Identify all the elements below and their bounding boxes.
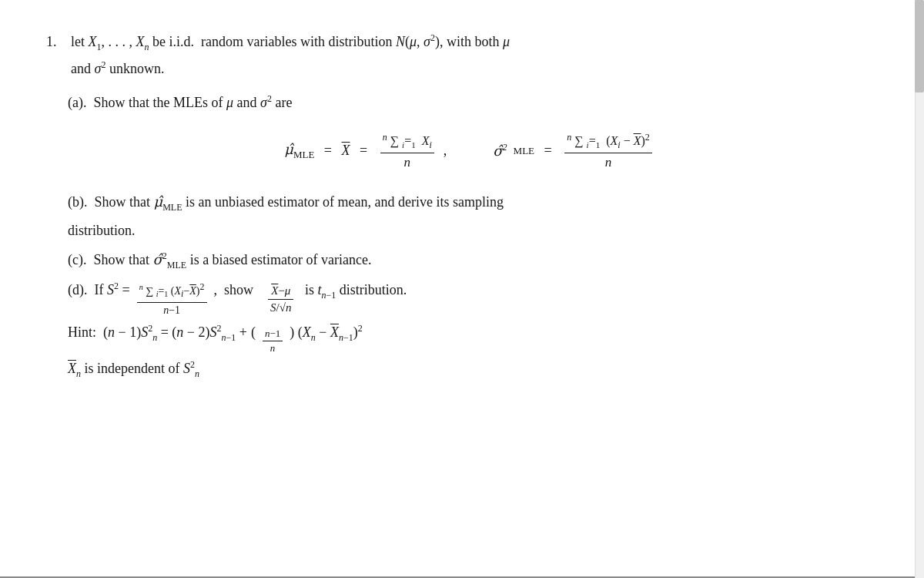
sigma-fraction: n ∑ i=1 (Xi − X)2 n [564, 131, 652, 170]
problem-number: 1. [46, 34, 71, 50]
hint-fraction: n−1 n [263, 328, 283, 355]
problem-intro-line2: and σ2 unknown. [71, 59, 893, 77]
sigma-mle-equation: σ̂2 MLE = n ∑ i=1 (Xi − X)2 [493, 131, 655, 170]
part-a-equations: μ̂MLE = X = n ∑ i=1 Xi [46, 131, 893, 170]
main-content: 1. let X1, . . . , Xn be i.i.d. random v… [46, 31, 893, 379]
page-container: 1. let X1, . . . , Xn be i.i.d. random v… [0, 0, 924, 578]
problem-1: 1. let X1, . . . , Xn be i.i.d. random v… [46, 31, 893, 379]
s2-fraction: n ∑ i=1 (Xi−X)2 n−1 [137, 281, 207, 316]
problem-intro: let X1, . . . , Xn be i.i.d. random vari… [71, 31, 510, 55]
last-line: Xn is independent of S2n [68, 359, 893, 380]
part-b-text2: distribution. [68, 223, 893, 239]
part-c-header: (c). Show that σ̂2MLE is a biased estima… [68, 248, 893, 273]
mu-fraction: n ∑ i=1 Xi n [380, 131, 434, 170]
part-d-header: (d). If S2 = n ∑ i=1 (Xi−X)2 n−1 , show … [68, 281, 893, 317]
mu-mle-equation: μ̂MLE = X = n ∑ i=1 Xi [284, 131, 447, 170]
part-b-header: (b). Show that μ̂MLE is an unbiased esti… [68, 190, 893, 215]
t-stat-fraction: X−μ S/√n [267, 284, 294, 314]
scrollbar[interactable] [915, 0, 924, 578]
scrollbar-thumb[interactable] [915, 0, 924, 92]
part-a-header: (a). Show that the MLEs of μ and σ2 are [68, 91, 893, 115]
hint-line: Hint: (n − 1)S2n = (n − 2)S2n−1 + ( n−1 … [68, 323, 893, 355]
